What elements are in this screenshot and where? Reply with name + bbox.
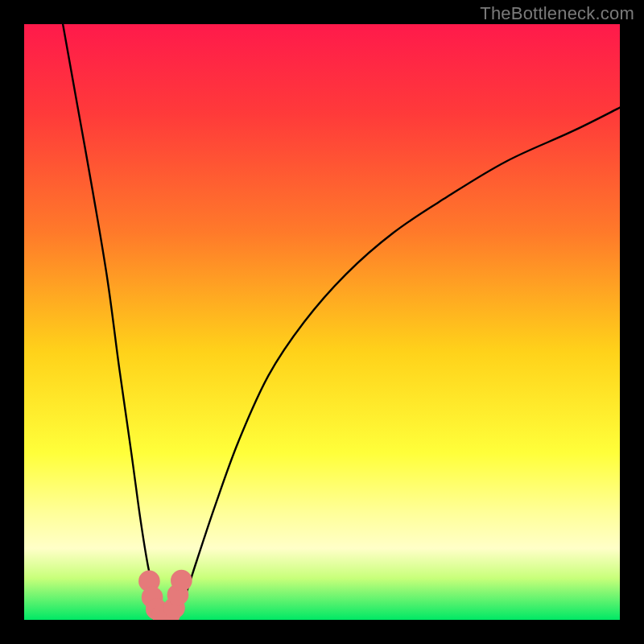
chart-svg — [24, 24, 620, 620]
watermark-text: TheBottleneck.com — [480, 3, 634, 24]
plot-area — [24, 24, 620, 620]
marker-dot — [171, 570, 192, 592]
chart-frame: TheBottleneck.com — [0, 0, 644, 644]
